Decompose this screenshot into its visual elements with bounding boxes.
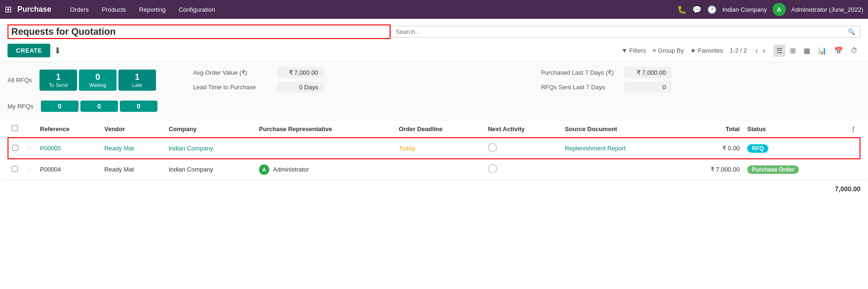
metric-purchased-last7: Purchased Last 7 Days (₹) ₹ 7,000.00 [541,67,860,78]
row1-star[interactable]: ☆ [26,144,32,152]
main-content: Requests for Quotation 🔍 CREATE ⬇ ▼ Filt… [0,19,868,289]
late-label: Late [124,82,150,88]
my-late-card[interactable]: 0 [120,101,157,112]
waiting-num: 0 [85,72,111,82]
row2-checkbox[interactable] [12,166,18,172]
metric-lead-time-value: 0 Days [277,82,324,93]
nav-orders[interactable]: Orders [64,3,94,16]
metric-lead-time: Lead Time to Purchase 0 Days [193,82,513,93]
waiting-card[interactable]: 0 Waiting [79,70,117,91]
col-rep[interactable]: Purchase Representative [255,120,395,138]
waiting-label: Waiting [85,82,111,88]
row1-company[interactable]: Indian Company [169,145,213,152]
search-icon[interactable]: 🔍 [848,28,855,35]
col-company[interactable]: Company [165,120,255,138]
table-total: 7,000.00 [0,180,868,197]
nav-products[interactable]: Products [96,3,132,16]
table-section: Reference Vendor Company Purchase Repres… [0,120,868,180]
to-send-num: 1 [45,72,71,82]
metric-purchased-value: ₹ 7,000.00 [625,67,672,78]
row1-rep [255,138,395,159]
prev-page-button[interactable]: ‹ [753,46,759,56]
col-deadline[interactable]: Order Deadline [395,120,485,138]
select-all-checkbox[interactable] [12,125,18,131]
late-card[interactable]: 1 Late [118,70,156,91]
my-waiting-card[interactable]: 0 [80,101,118,112]
row1-source-doc[interactable]: Replenishment Report [565,145,626,152]
row2-rep: A Administrator [255,159,395,180]
chart-view-icon[interactable]: 📊 [815,45,829,57]
my-rfqs-cards: 0 0 0 [41,101,157,112]
row2-vendor: Ready Mat [104,166,134,173]
metric-avg-order-value: ₹ 7,000.00 [277,67,324,78]
user-name: Administrator (June_2022) [791,6,863,13]
page-title: Requests for Quotation [8,24,391,39]
metric-rfqs-sent-value: 0 [625,82,672,93]
topbar-right: 🐛 💬 🕐 Indian Company A Administrator (Ju… [677,3,863,16]
my-waiting-num: 0 [86,102,112,110]
nav-configuration[interactable]: Configuration [173,3,220,16]
filters-button[interactable]: ▼ Filters [621,47,646,54]
my-to-send-card[interactable]: 0 [41,101,78,112]
stats-section: All RFQs 1 To Send 0 Waiting 1 Late [0,62,868,120]
to-send-card[interactable]: 1 To Send [39,70,77,91]
app-name[interactable]: Purchase [17,5,51,14]
col-vendor[interactable]: Vendor [101,120,165,138]
late-num: 1 [124,72,150,82]
table-row: ☆ P00005 Ready Mat Indian Company Today … [8,138,860,159]
col-total[interactable]: Total [680,120,743,138]
row1-next-activity[interactable] [488,143,497,152]
row2-total: ₹ 7,000.00 [711,166,740,173]
filter-icon: ▼ [621,47,627,54]
nav-reporting[interactable]: Reporting [133,3,171,16]
col-source-doc[interactable]: Source Document [561,120,680,138]
row1-reference[interactable]: P00005 [40,145,61,152]
row2-reference[interactable]: P00004 [40,166,61,173]
col-options-icon[interactable]: ⋮ [850,125,856,133]
row2-rep-avatar: A [259,164,269,175]
row1-total: ₹ 0.00 [722,145,740,152]
company-name[interactable]: Indian Company [722,6,767,13]
list-view-icon[interactable]: ☰ [774,45,785,57]
view-switcher: ☰ ⊞ ▦ 📊 📅 ⏱ [774,45,860,57]
chat-icon[interactable]: 💬 [692,5,702,14]
download-button[interactable]: ⬇ [54,46,61,56]
col-next-activity[interactable]: Next Activity [484,120,561,138]
col-status[interactable]: Status [743,120,846,138]
grid-view-icon[interactable]: ▦ [801,45,813,57]
bug-icon[interactable]: 🐛 [677,5,687,14]
top-nav: Orders Products Reporting Configuration [64,3,221,16]
clock-icon[interactable]: 🕐 [707,5,717,14]
kanban-view-icon[interactable]: ⊞ [787,45,799,57]
row1-status[interactable]: RFQ [747,144,768,153]
favorites-button[interactable]: ★ Favorites [690,47,723,54]
table-header-row: Reference Vendor Company Purchase Repres… [8,120,860,138]
groupby-icon: ≡ [653,47,657,54]
col-reference[interactable]: Reference [36,120,101,138]
metric-purchased-label: Purchased Last 7 Days (₹) [541,69,621,76]
group-by-button[interactable]: ≡ Group By [653,47,684,54]
row2-next-activity[interactable] [488,164,497,173]
all-rfqs-cards: 1 To Send 0 Waiting 1 Late [39,70,156,91]
avatar[interactable]: A [773,3,786,16]
pagination-nav: ‹ › [753,46,767,56]
my-late-num: 0 [125,102,152,110]
metric-lead-time-label: Lead Time to Purchase [193,84,273,91]
all-rfqs-label: All RFQs [8,77,36,84]
topbar: ⊞ Purchase Orders Products Reporting Con… [0,0,868,19]
rfq-table: Reference Vendor Company Purchase Repres… [8,120,860,180]
next-page-button[interactable]: › [761,46,767,56]
to-send-label: To Send [45,82,71,88]
create-button[interactable]: CREATE [8,44,50,57]
row1-checkbox[interactable] [12,145,18,151]
metric-avg-order: Avg Order Value (₹) ₹ 7,000.00 [193,67,513,78]
row1-vendor[interactable]: Ready Mat [104,145,134,152]
row2-status[interactable]: Purchase Order [747,165,799,174]
calendar-view-icon[interactable]: 📅 [831,45,846,57]
pagination: 1-2 / 2 [729,47,747,54]
row2-star[interactable]: ☆ [26,165,32,173]
star-icon: ★ [690,47,696,54]
grid-icon[interactable]: ⊞ [5,4,12,15]
search-input[interactable] [396,28,846,35]
clock-view-icon[interactable]: ⏱ [848,45,860,57]
